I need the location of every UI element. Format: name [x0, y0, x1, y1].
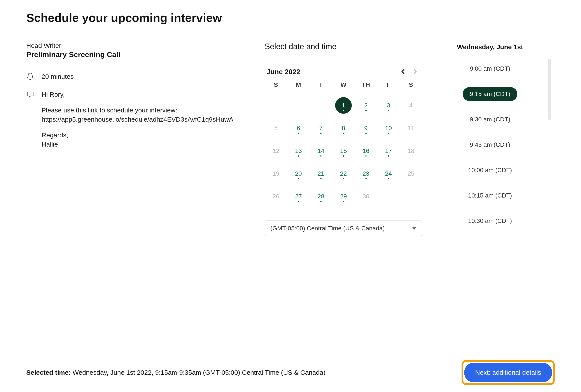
calendar-dow: S: [400, 82, 422, 89]
calendar-day: 2: [354, 99, 377, 112]
calendar-day-number: 17: [385, 148, 392, 154]
calendar-day-button[interactable]: 6: [287, 122, 310, 135]
availability-dot-icon: [320, 178, 322, 180]
calendar-day-number: 4: [409, 102, 413, 109]
message-signoff: Regards, Hallie: [42, 130, 234, 149]
calendar-day-button: 25: [400, 167, 422, 180]
calendar-day-button[interactable]: 16: [354, 144, 377, 158]
calendar-day: [265, 99, 287, 112]
calendar-dow: M: [287, 82, 310, 89]
availability-dot-icon: [365, 110, 366, 111]
message-text: Hi Rory, Please use this link to schedul…: [42, 90, 234, 156]
calendar-day-number: 15: [340, 148, 347, 154]
calendar-day-button[interactable]: 29: [332, 190, 355, 203]
chevron-right-icon: [411, 68, 419, 76]
next-button[interactable]: Next: additional details: [464, 363, 552, 382]
calendar-day-number: 24: [385, 170, 392, 177]
calendar-day-number: 28: [318, 193, 324, 200]
calendar-day-number: 1: [342, 102, 345, 109]
calendar-day-button[interactable]: 13: [287, 144, 310, 158]
footer-bar: Selected time: Wednesday, June 1st 2022,…: [0, 352, 581, 392]
calendar-day-button[interactable]: 3: [377, 99, 400, 112]
calendar-day: 13: [287, 144, 310, 158]
time-slot-button[interactable]: 9:45 am (CDT): [463, 138, 517, 152]
calendar-day: 6: [287, 122, 310, 135]
timezone-selected-label: (GMT-05:00) Central Time (US & Canada): [270, 225, 385, 232]
calendar-day-button: 12: [265, 144, 287, 158]
calendar-day: 20: [287, 167, 310, 180]
calendar-day: 27: [287, 190, 310, 203]
calendar-day-button[interactable]: 27: [287, 190, 310, 203]
time-slot-button[interactable]: 10:15 am (CDT): [461, 188, 519, 202]
availability-dot-icon: [298, 132, 299, 134]
calendar-day-button[interactable]: 10: [377, 122, 400, 135]
calendar-day: 17: [377, 144, 400, 158]
calendar-day-number: 7: [319, 125, 323, 132]
time-slot-button[interactable]: 9:00 am (CDT): [463, 62, 517, 76]
calendar-day-button[interactable]: 2: [354, 99, 377, 112]
duration-text: 20 minutes: [42, 72, 74, 81]
calendar-day-number: 29: [340, 193, 347, 200]
availability-dot-icon: [343, 155, 344, 156]
calendar-panel: Select date and time June 2022: [265, 42, 422, 236]
availability-dot-icon: [320, 201, 322, 202]
calendar-prev-button[interactable]: [398, 66, 408, 77]
caret-down-icon: [412, 227, 416, 230]
calendar-day-number: 25: [408, 170, 414, 177]
calendar-day-number: 2: [364, 102, 368, 109]
calendar-day-button[interactable]: 28: [310, 190, 332, 203]
calendar-day-button[interactable]: 22: [332, 167, 355, 180]
selected-time-summary: Selected time: Wednesday, June 1st 2022,…: [26, 369, 326, 376]
calendar-day-button[interactable]: 20: [287, 167, 310, 180]
availability-dot-icon: [298, 155, 299, 156]
availability-dot-icon: [365, 132, 366, 134]
time-slot-button[interactable]: 10:30 am (CDT): [461, 214, 519, 228]
time-slot-list: 9:00 am (CDT)9:15 am (CDT)9:30 am (CDT)9…: [453, 62, 527, 202]
calendar-day: 24: [377, 167, 400, 180]
calendar-day-button[interactable]: 7: [310, 122, 332, 135]
calendar-day: 1: [332, 99, 355, 112]
calendar-next-button[interactable]: [410, 66, 420, 77]
selected-date-heading: Wednesday, June 1st: [453, 43, 527, 51]
calendar-day-number: 20: [295, 170, 302, 177]
calendar-day-number: 16: [362, 148, 369, 154]
calendar-day-button[interactable]: 8: [332, 122, 355, 135]
calendar-day-number: 11: [408, 125, 414, 132]
calendar-day-button[interactable]: 14: [310, 144, 332, 158]
calendar-day-number: 22: [340, 170, 347, 177]
time-slot-button[interactable]: 9:30 am (CDT): [463, 112, 517, 126]
calendar-day: [310, 99, 332, 112]
availability-dot-icon: [388, 155, 389, 156]
scrollbar[interactable]: [548, 58, 551, 120]
calendar-day: 9: [354, 122, 377, 135]
calendar-day-button[interactable]: 23: [354, 167, 377, 180]
calendar-day-button[interactable]: 15: [332, 144, 355, 158]
calendar-day: 25: [400, 167, 422, 180]
calendar-day-button[interactable]: 1: [332, 99, 355, 112]
time-slot-button[interactable]: 9:15 am (CDT): [463, 87, 517, 101]
availability-dot-icon: [343, 132, 344, 134]
calendar-day: 18: [400, 144, 422, 158]
calendar-day-number: 27: [295, 193, 302, 200]
calendar-day-button[interactable]: 9: [354, 122, 377, 135]
time-slot-button[interactable]: 10:00 am (CDT): [461, 163, 519, 177]
timezone-select[interactable]: (GMT-05:00) Central Time (US & Canada): [265, 220, 422, 236]
calendar-day: 21: [310, 167, 332, 180]
availability-dot-icon: [343, 201, 344, 202]
calendar-day-number: 6: [296, 125, 300, 132]
calendar-day: 28: [310, 190, 332, 203]
time-slots-panel: Wednesday, June 1st 9:00 am (CDT)9:15 am…: [453, 42, 527, 236]
calendar-day-number: 12: [272, 148, 279, 154]
calendar-day-number: 9: [364, 125, 368, 132]
chevron-left-icon: [399, 68, 407, 76]
calendar-day-button[interactable]: 21: [310, 167, 332, 180]
calendar-day: 16: [354, 144, 377, 158]
calendar-day-button[interactable]: 24: [377, 167, 400, 180]
calendar-dow: W: [332, 82, 355, 89]
calendar-day-button: 30: [354, 190, 377, 203]
calendar-day-number: 5: [274, 125, 278, 132]
calendar-day-number: 23: [362, 170, 369, 177]
calendar-day-button[interactable]: 17: [377, 144, 400, 158]
availability-dot-icon: [298, 178, 299, 180]
calendar-day: 19: [265, 167, 287, 180]
